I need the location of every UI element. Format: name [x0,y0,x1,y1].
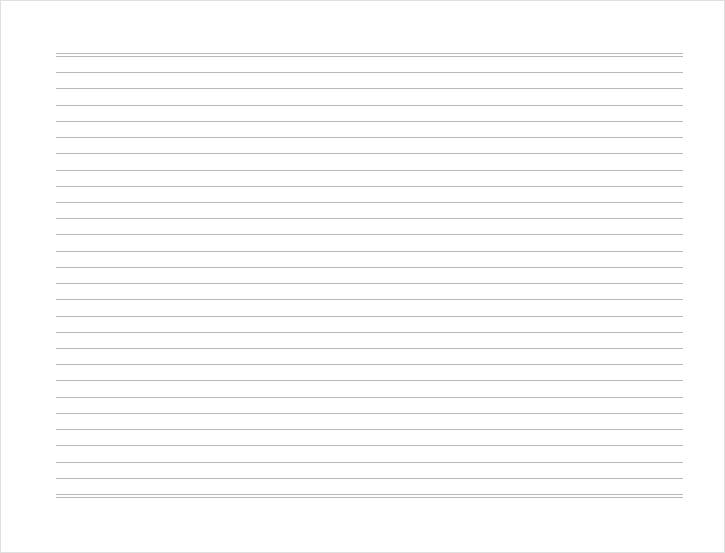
rule-line [56,299,683,300]
rule-line [56,445,683,446]
ruled-lines-area [56,53,683,495]
rule-line [56,429,683,430]
rule-line [56,202,683,203]
rule-line [56,497,683,498]
rule-line [56,56,683,57]
rule-line [56,397,683,398]
rule-line [56,234,683,235]
rule-line [56,105,683,106]
rule-line [56,53,683,54]
rule-line [56,332,683,333]
rule-line [56,380,683,381]
rule-line [56,267,683,268]
rule-line [56,88,683,89]
rule-line [56,413,683,414]
rule-line [56,364,683,365]
rule-line [56,72,683,73]
rule-line [56,170,683,171]
rule-line [56,283,683,284]
rule-line [56,494,683,495]
rule-line [56,348,683,349]
rule-line [56,121,683,122]
rule-line [56,478,683,479]
rule-line [56,186,683,187]
rule-line [56,251,683,252]
rule-line [56,153,683,154]
rule-line [56,462,683,463]
rule-line [56,316,683,317]
document-page [0,0,725,553]
rule-line [56,137,683,138]
rule-line [56,218,683,219]
